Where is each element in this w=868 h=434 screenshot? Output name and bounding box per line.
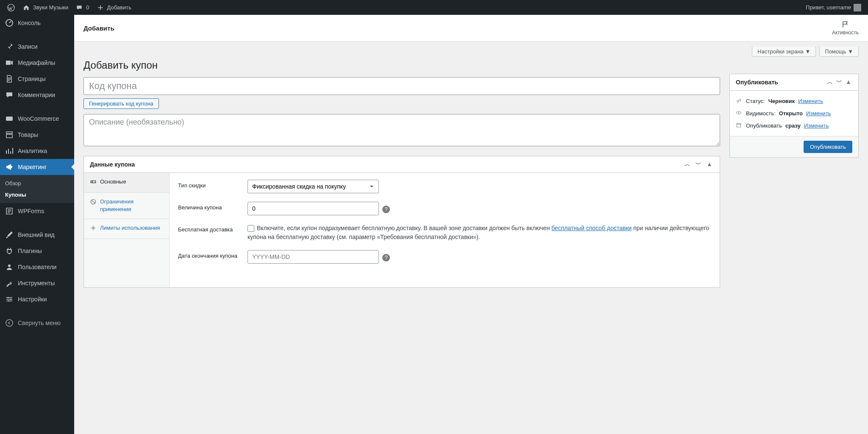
svg-point-4 (8, 264, 11, 267)
free-shipping-label: Бесплатная доставка (178, 224, 242, 233)
free-shipping-link[interactable]: бесплатный способ доставки (551, 225, 632, 231)
submenu-coupons[interactable]: Купоны (0, 189, 74, 200)
coupon-amount-label: Величина купона (178, 202, 242, 211)
comments-icon (5, 91, 14, 99)
panel-up-icon[interactable]: ︿ (683, 161, 692, 168)
svg-point-5 (8, 297, 9, 298)
screen-options-row: Настройки экрана ▼ Помощь ▼ (83, 47, 859, 57)
menu-settings[interactable]: Настройки (0, 291, 74, 305)
site-name: Звуки Музыки (33, 4, 68, 11)
help-button[interactable]: Помощь ▼ (819, 47, 859, 57)
coupon-amount-input[interactable] (248, 202, 379, 215)
account-link[interactable]: Привет, username (802, 0, 865, 15)
comments-link[interactable]: 0 (72, 0, 92, 15)
menu-plugins[interactable]: Плагины (0, 243, 74, 259)
page-icon (5, 75, 14, 83)
menu-pages[interactable]: Страницы (0, 71, 74, 87)
admin-bar: Звуки Музыки 0 Добавить Привет, username (0, 0, 868, 15)
tab-limits[interactable]: Лимиты использования (84, 219, 169, 239)
wrench-icon (5, 279, 14, 287)
discount-type-select[interactable]: Фиксированная скидка на покупку (248, 180, 379, 193)
edit-status-link[interactable]: Изменить (798, 98, 823, 104)
panel-toggle-icon[interactable]: ▲ (705, 161, 714, 168)
flag-icon (841, 20, 849, 29)
site-link[interactable]: Звуки Музыки (19, 0, 72, 15)
menu-dashboard[interactable]: Консоль (0, 15, 74, 31)
wc-header-title: Добавить (83, 25, 114, 32)
coupon-code-input[interactable] (83, 77, 720, 95)
screen-options-button[interactable]: Настройки экрана ▼ (752, 47, 816, 57)
media-icon (5, 58, 14, 67)
user-icon (5, 263, 14, 271)
svg-point-6 (10, 299, 11, 300)
box-up-icon[interactable]: ︿ (826, 78, 834, 86)
edit-schedule-link[interactable]: Изменить (804, 122, 829, 129)
panel-down-icon[interactable]: ﹀ (694, 161, 703, 168)
sliders-icon (5, 295, 14, 303)
menu-analytics[interactable]: Аналитика (0, 143, 74, 159)
wordpress-icon (7, 3, 15, 12)
coupon-data-panel: Данные купона ︿ ﹀ ▲ Основные Ограничения… (83, 156, 720, 288)
svg-rect-2 (6, 117, 13, 121)
wc-header: Добавить Активность (74, 15, 868, 42)
home-icon (22, 3, 31, 12)
expiry-date-input[interactable] (248, 250, 379, 264)
menu-woocommerce[interactable]: WooCommerce (0, 111, 74, 127)
submenu-overview[interactable]: Обзор (0, 178, 74, 189)
analytics-icon (5, 147, 14, 155)
eye-icon (736, 110, 743, 117)
key-icon (736, 97, 743, 105)
avatar (854, 4, 861, 11)
wpforms-icon (5, 207, 14, 215)
edit-visibility-link[interactable]: Изменить (806, 110, 831, 117)
menu-appearance[interactable]: Внешний вид (0, 227, 74, 243)
greeting: Привет, username (806, 4, 851, 11)
help-tip-icon[interactable]: ? (382, 254, 390, 262)
tab-general[interactable]: Основные (84, 173, 169, 193)
svg-point-7 (8, 300, 10, 302)
page-title: Добавить купон (83, 59, 720, 71)
admin-sidebar: Консоль Записи Медиафайлы Страницы Комме… (0, 15, 74, 305)
plus-icon (96, 3, 105, 12)
submenu-marketing: Обзор Купоны (0, 175, 74, 203)
activity-button[interactable]: Активность (832, 20, 859, 36)
box-down-icon[interactable]: ﹀ (835, 78, 843, 86)
menu-users[interactable]: Пользователи (0, 259, 74, 275)
coupon-data-title: Данные купона (90, 161, 135, 168)
pin-icon (5, 42, 14, 51)
publish-button[interactable]: Опубликовать (804, 141, 852, 153)
publish-title: Опубликовать (736, 79, 778, 86)
brush-icon (5, 231, 14, 239)
menu-tools[interactable]: Инструменты (0, 275, 74, 291)
free-shipping-description: Включите, если купон подразумевает беспл… (248, 224, 711, 242)
limits-icon (90, 225, 97, 234)
publish-box: Опубликовать ︿ ﹀ ▲ Статус: Черновик Изме (729, 74, 859, 158)
woo-icon (5, 114, 14, 123)
product-icon (5, 131, 14, 139)
help-tip-icon[interactable]: ? (382, 206, 390, 213)
add-new-link[interactable]: Добавить (93, 0, 135, 15)
menu-products[interactable]: Товары (0, 127, 74, 143)
menu-media[interactable]: Медиафайлы (0, 55, 74, 71)
expiry-label: Дата окончания купона (178, 250, 242, 259)
ticket-icon (90, 178, 97, 187)
plug-icon (5, 247, 14, 255)
box-toggle-icon[interactable]: ▲ (845, 78, 852, 86)
comment-count: 0 (86, 4, 89, 11)
menu-comments[interactable]: Комментарии (0, 87, 74, 103)
discount-type-label: Тип скидки (178, 180, 242, 189)
menu-wpforms[interactable]: WPForms (0, 203, 74, 219)
svg-point-11 (738, 112, 740, 114)
coupon-tabs: Основные Ограничения применения Лимиты и… (84, 173, 170, 287)
free-shipping-checkbox[interactable] (248, 225, 254, 232)
add-label: Добавить (107, 4, 131, 11)
ban-icon (90, 198, 97, 207)
coupon-description-input[interactable] (83, 114, 720, 146)
dashboard-icon (5, 19, 14, 27)
wp-logo[interactable] (3, 0, 19, 15)
menu-posts[interactable]: Записи (0, 39, 74, 55)
megaphone-icon (5, 163, 14, 171)
menu-marketing[interactable]: Маркетинг (0, 159, 74, 175)
generate-code-button[interactable]: Генерировать код купона (83, 98, 159, 109)
tab-restriction[interactable]: Ограничения применения (84, 193, 169, 219)
